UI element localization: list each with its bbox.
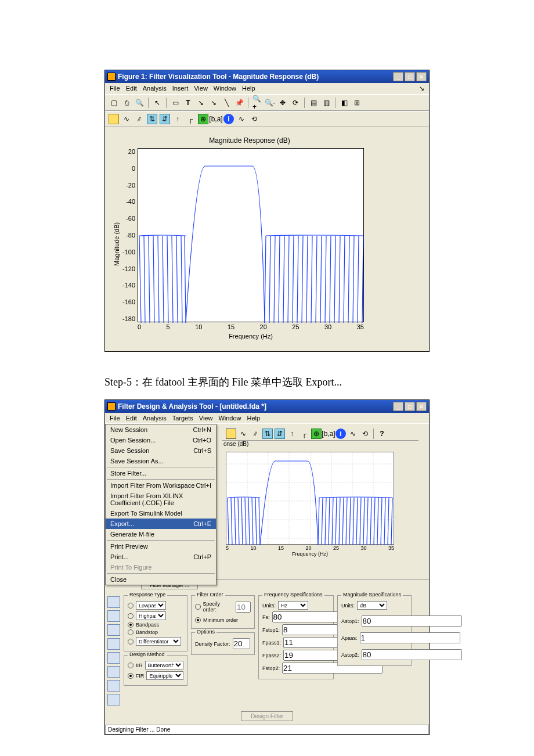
highpass-select[interactable]: Highpass [136, 611, 166, 620]
menu-insert[interactable]: Insert [172, 85, 189, 92]
file-menu-item[interactable]: Store Filter... [106, 468, 216, 478]
side-icon-8[interactable] [107, 694, 120, 705]
astop2-input[interactable] [362, 649, 462, 660]
file-menu-item[interactable]: Close [106, 574, 216, 585]
step-icon[interactable]: ┌ [299, 429, 309, 439]
side-icon-7[interactable] [107, 680, 120, 692]
mag-est-icon[interactable]: ∿ [236, 114, 247, 124]
file-menu-item[interactable]: Print To Figure [106, 562, 216, 573]
pin-icon[interactable]: 📌 [234, 98, 244, 108]
menu-edit[interactable]: Edit [126, 85, 137, 92]
mag-response-icon[interactable] [109, 114, 119, 124]
magphase-icon[interactable]: ⫽ [250, 429, 261, 439]
diff-radio[interactable] [128, 639, 134, 645]
menu-targets[interactable]: Targets [172, 415, 193, 422]
round-icon[interactable]: ⟲ [249, 114, 259, 124]
menu-file[interactable]: File [110, 85, 120, 92]
menu-window[interactable]: Window [218, 415, 241, 422]
lowpass-select[interactable]: Lowpass [136, 601, 166, 610]
design-filter-button[interactable]: Design Filter [241, 711, 293, 721]
info-icon[interactable]: i [223, 114, 234, 124]
min-order-radio[interactable] [195, 617, 201, 623]
magphase-icon[interactable]: ⫽ [134, 114, 145, 124]
file-menu-item[interactable]: Open Session...Ctrl+O [106, 435, 216, 445]
phasedelay-icon[interactable]: ⇵ [275, 429, 285, 439]
diff-select[interactable]: Differentiator [136, 637, 181, 646]
fdatool-titlebar[interactable]: Filter Design & Analysis Tool - [untitle… [105, 400, 429, 413]
mag-response-icon[interactable] [226, 429, 236, 439]
info-icon[interactable]: i [335, 429, 346, 439]
menu-help[interactable]: Help [242, 85, 255, 92]
coeffs-icon[interactable]: [b,a] [211, 114, 221, 124]
pointer-icon[interactable]: ↖ [152, 98, 163, 108]
datacursor-icon[interactable]: ▤ [308, 98, 319, 108]
side-icon-5[interactable] [107, 652, 120, 664]
file-menu-item[interactable]: Import Filter From XILINX Coefficient (.… [106, 491, 216, 508]
coeffs-icon[interactable]: [b,a] [323, 429, 334, 439]
round-icon[interactable]: ⟲ [360, 429, 370, 439]
preview-icon[interactable]: 🔍 [134, 98, 145, 108]
impulse-icon[interactable]: ↑ [287, 429, 297, 439]
menu-file[interactable]: File [110, 415, 120, 422]
phasedelay-icon[interactable]: ⇵ [160, 114, 170, 124]
bandstop-radio[interactable] [128, 629, 134, 635]
menu-corner-icon[interactable]: ↘ [419, 85, 424, 92]
apass-input[interactable] [360, 632, 460, 643]
arrow2-icon[interactable]: ↘ [208, 98, 219, 108]
legend-icon[interactable]: ◧ [339, 98, 349, 108]
polezero-icon[interactable]: ⊕ [311, 429, 322, 439]
menu-help[interactable]: Help [247, 415, 261, 422]
arrow1-icon[interactable]: ↘ [196, 98, 206, 108]
new-icon[interactable]: ▢ [109, 98, 119, 108]
highpass-radio[interactable] [128, 613, 134, 619]
rect-icon[interactable]: ▭ [170, 98, 181, 108]
zoomin-icon[interactable]: 🔍+ [252, 98, 262, 108]
minimize-button[interactable]: _ [393, 402, 403, 411]
zoomout-icon[interactable]: 🔍- [265, 98, 275, 108]
specify-order-input[interactable] [236, 602, 251, 613]
side-icon-4[interactable] [107, 638, 120, 650]
menu-edit[interactable]: Edit [126, 415, 137, 422]
file-menu-item[interactable]: Save SessionCtrl+S [106, 445, 216, 456]
mag-units-select[interactable]: dB [357, 601, 387, 610]
file-menu-item[interactable]: Print...Ctrl+P [106, 552, 216, 562]
maximize-button[interactable]: □ [405, 402, 415, 411]
file-menu-item[interactable]: Export...Ctrl+E [106, 519, 216, 529]
bandpass-radio[interactable] [128, 622, 134, 628]
phase-icon[interactable]: ∿ [238, 429, 248, 439]
step-icon[interactable]: ┌ [185, 114, 196, 124]
density-input[interactable] [233, 638, 250, 649]
print-icon[interactable]: ⎙ [121, 98, 132, 108]
menu-window[interactable]: Window [214, 85, 236, 92]
text-icon[interactable]: T [183, 98, 193, 108]
file-menu-item[interactable]: Import Filter From WorkspaceCtrl+I [106, 480, 216, 491]
close-button[interactable]: × [416, 72, 427, 81]
rotate-icon[interactable]: ⟳ [290, 98, 301, 108]
file-menu-item[interactable]: Generate M-file [106, 529, 216, 539]
line-icon[interactable]: ╲ [221, 98, 232, 108]
file-menu-item[interactable]: New SessionCtrl+N [106, 424, 216, 435]
menu-view[interactable]: View [194, 85, 208, 92]
specify-order-radio[interactable] [195, 604, 201, 610]
side-icon-2[interactable] [107, 610, 120, 622]
file-menu-item[interactable]: Export To Simulink Model [106, 508, 216, 519]
colorbar-icon[interactable]: ▥ [321, 98, 331, 108]
side-icon-3[interactable] [107, 624, 120, 636]
freq-units-select[interactable]: Hz [278, 601, 308, 610]
grid-icon[interactable]: ⊞ [352, 98, 362, 108]
groupdelay-icon[interactable]: ⇅ [262, 429, 273, 439]
file-menu-item[interactable]: Print Preview [106, 541, 216, 552]
pan-icon[interactable]: ✥ [277, 98, 288, 108]
iir-radio[interactable] [128, 663, 134, 668]
astop1-input[interactable] [362, 615, 462, 627]
mag-est-icon[interactable]: ∿ [348, 429, 358, 439]
phase-icon[interactable]: ∿ [121, 114, 132, 124]
maximize-button[interactable]: □ [405, 72, 415, 81]
file-menu-item[interactable]: Save Session As... [106, 456, 216, 466]
menu-analysis[interactable]: Analysis [143, 85, 167, 92]
lowpass-radio[interactable] [128, 603, 134, 609]
iir-select[interactable]: Butterworth [145, 661, 183, 669]
fir-radio[interactable] [128, 673, 134, 679]
side-icon-1[interactable] [107, 596, 120, 608]
minimize-button[interactable]: _ [393, 72, 403, 81]
